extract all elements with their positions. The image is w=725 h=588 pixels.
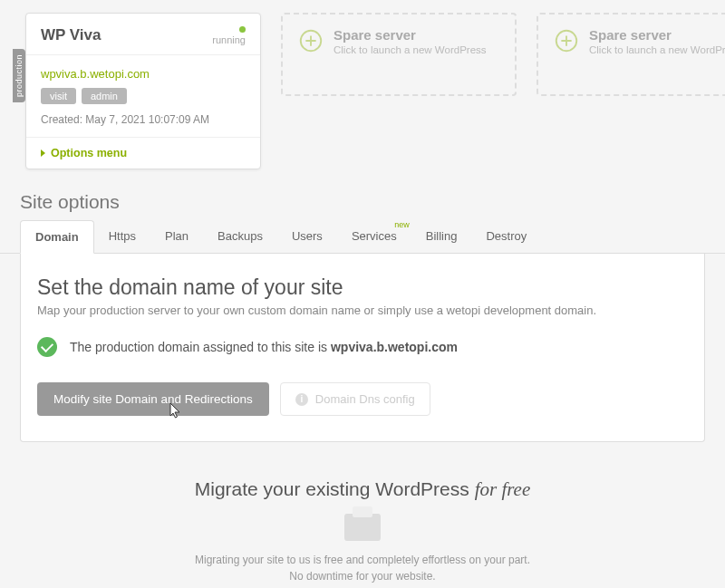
- status-dot-icon: [239, 26, 246, 33]
- check-circle-icon: [37, 337, 57, 357]
- site-title: WP Viva: [41, 26, 101, 44]
- modify-domain-button[interactable]: Modify site Domain and Redirections: [37, 382, 269, 416]
- tab-services[interactable]: Services new: [337, 220, 411, 253]
- spare-hint: Click to launch a new WordPress: [334, 44, 487, 55]
- admin-button[interactable]: admin: [82, 88, 127, 104]
- status-text: running: [212, 34, 246, 45]
- panel-title: Set the domain name of your site: [37, 275, 688, 300]
- tab-users[interactable]: Users: [277, 220, 337, 253]
- migrate-line1: Migrating your site to us is free and co…: [18, 552, 707, 568]
- dns-config-button: i Domain Dns config: [280, 382, 430, 416]
- launch-icon: [297, 27, 324, 54]
- tab-destroy[interactable]: Destroy: [471, 220, 541, 253]
- options-menu-toggle[interactable]: Options menu: [41, 147, 246, 159]
- options-tabs: Domain Https Plan Backups Users Services…: [0, 220, 725, 254]
- tab-domain[interactable]: Domain: [20, 220, 94, 254]
- migrate-heading: Migrate your existing WordPress for free: [18, 478, 707, 501]
- server-icon: [344, 514, 381, 541]
- tab-plan[interactable]: Plan: [150, 220, 203, 253]
- assigned-domain-text: The production domain assigned to this s…: [70, 340, 458, 354]
- chevron-right-icon: [41, 149, 45, 157]
- spare-server-slot[interactable]: Spare server Click to launch a new WordP…: [281, 13, 517, 96]
- tab-https[interactable]: Https: [94, 220, 150, 253]
- tab-billing[interactable]: Billing: [411, 220, 472, 253]
- panel-subtitle: Map your production server to your own c…: [37, 304, 688, 317]
- site-options-heading: Site options: [0, 182, 725, 220]
- spare-title: Spare server: [334, 27, 487, 43]
- spare-hint: Click to launch a new WordPress: [589, 44, 725, 55]
- dns-config-label: Domain Dns config: [315, 392, 415, 406]
- tab-backups[interactable]: Backups: [203, 220, 277, 253]
- visit-button[interactable]: visit: [41, 88, 76, 104]
- spare-server-slot[interactable]: Spare server Click to launch a new WordP…: [536, 13, 725, 96]
- created-timestamp: Created: May 7, 2021 10:07:09 AM: [41, 113, 246, 126]
- domain-panel: Set the domain name of your site Map you…: [20, 254, 705, 442]
- spare-title: Spare server: [589, 27, 725, 43]
- launch-icon: [553, 27, 580, 54]
- domain-link[interactable]: wpviva.b.wetopi.com: [41, 67, 150, 81]
- migrate-line2: No downtime for your website.: [18, 568, 707, 584]
- options-menu-label: Options menu: [51, 147, 127, 159]
- info-icon: i: [295, 393, 308, 406]
- migrate-section: Migrate your existing WordPress for free…: [0, 469, 725, 588]
- tab-services-label: Services: [352, 229, 397, 243]
- production-tab: production: [13, 49, 25, 102]
- new-badge: new: [394, 220, 410, 229]
- production-card: WP Viva running wpviva.b.wetopi.com visi…: [25, 13, 261, 169]
